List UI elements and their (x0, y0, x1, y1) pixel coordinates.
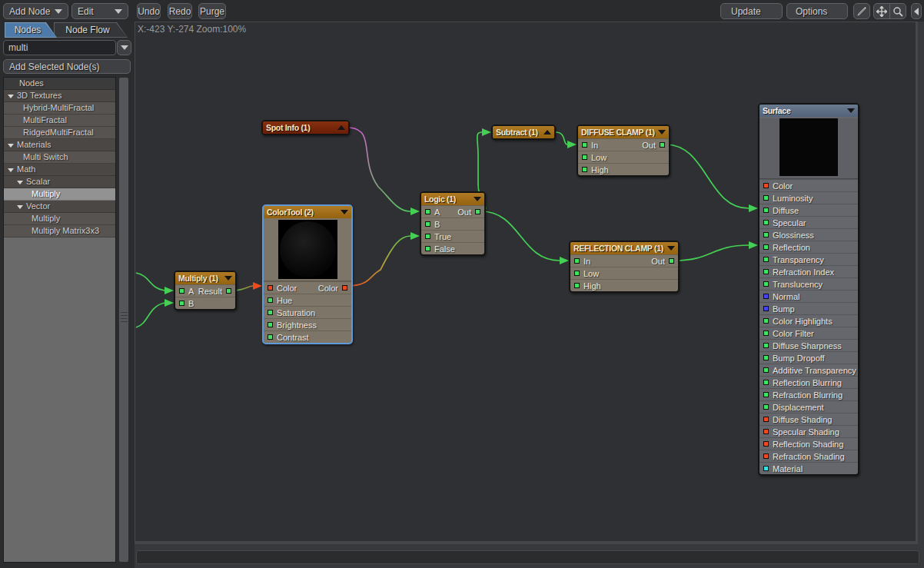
expanded-triangle-icon[interactable] (8, 144, 14, 148)
node-list-item[interactable]: Materials (4, 139, 115, 151)
input-socket[interactable] (425, 234, 430, 239)
input-socket[interactable] (763, 195, 769, 201)
update-button[interactable]: Update (720, 3, 783, 19)
input-label: Translucency (773, 280, 823, 289)
node-list-item[interactable]: Multiply (4, 188, 115, 201)
vertical-scrollbar-thumb[interactable] (118, 77, 129, 563)
input-socket[interactable] (582, 167, 587, 172)
expand-node-icon[interactable] (543, 130, 551, 135)
output-socket[interactable] (475, 209, 480, 214)
graph-node-spotinfo[interactable]: Spot Info (1) (261, 120, 350, 135)
options-button[interactable]: Options (786, 3, 848, 19)
expand-node-icon[interactable] (337, 125, 345, 130)
graph-node-diffclamp[interactable]: DIFFUSE CLAMP (1)InOutLowHigh (577, 125, 670, 177)
output-socket[interactable] (669, 258, 674, 264)
input-socket[interactable] (268, 285, 273, 291)
node-list-item[interactable]: 3D Textures (4, 90, 115, 102)
add-node-button[interactable]: Add Node (3, 3, 68, 19)
graph-node-reflclamp[interactable]: REFLECTION CLAMP (1)InOutLowHigh (569, 241, 680, 293)
edit-button[interactable]: Edit (71, 3, 128, 19)
input-socket[interactable] (763, 392, 769, 397)
input-socket[interactable] (582, 154, 587, 160)
tab-node-flow[interactable]: Node Flow (54, 22, 128, 38)
node-canvas[interactable]: X:-423 Y:-274 Zoom:100% Spot Info (1)Mul… (135, 22, 918, 544)
input-socket[interactable] (763, 281, 769, 287)
input-socket[interactable] (574, 271, 580, 276)
output-socket[interactable] (342, 285, 347, 291)
input-socket[interactable] (268, 334, 273, 340)
graph-node-surface[interactable]: SurfaceColorLuminosityDiffuseSpecularGlo… (758, 103, 859, 476)
input-socket[interactable] (763, 294, 769, 299)
input-socket[interactable] (425, 246, 430, 251)
node-list-item[interactable]: Hybrid-MultiFractal (4, 102, 115, 115)
input-socket[interactable] (763, 269, 769, 274)
input-socket[interactable] (763, 306, 769, 311)
input-socket[interactable] (763, 318, 769, 324)
collapse-node-icon[interactable] (341, 210, 348, 214)
input-socket[interactable] (763, 208, 769, 213)
input-socket[interactable] (763, 453, 769, 459)
collapse-node-icon[interactable] (847, 108, 855, 113)
expanded-triangle-icon[interactable] (8, 168, 14, 172)
graph-node-logic[interactable]: Logic (1)AOutBTrueFalse (420, 191, 486, 256)
input-socket[interactable] (425, 209, 430, 214)
vertical-scrollbar[interactable] (118, 77, 129, 563)
node-list-item[interactable]: Scalar (4, 176, 115, 188)
input-socket[interactable] (763, 466, 769, 471)
graph-node-subtract[interactable]: Subtract (1) (491, 125, 556, 140)
node-list-item[interactable]: Multiply Matrix3x3 (4, 225, 115, 237)
input-socket[interactable] (574, 258, 580, 264)
node-list-item[interactable]: Vector (4, 201, 115, 213)
collapse-node-icon[interactable] (474, 197, 481, 201)
input-socket[interactable] (763, 244, 769, 250)
input-socket[interactable] (179, 288, 184, 294)
input-socket[interactable] (763, 257, 769, 262)
node-list-item[interactable]: RidgedMultiFractal (4, 127, 115, 139)
collapse-node-icon[interactable] (224, 276, 232, 281)
input-socket[interactable] (763, 220, 769, 225)
input-socket[interactable] (268, 297, 273, 303)
node-list-item[interactable]: Nodes (4, 78, 115, 90)
input-socket[interactable] (763, 343, 769, 348)
search-dropdown-button[interactable] (117, 40, 131, 55)
collapse-panel-icon[interactable] (911, 3, 922, 19)
search-input[interactable]: multi (3, 40, 116, 55)
expanded-triangle-icon[interactable] (17, 181, 23, 184)
input-socket[interactable] (763, 367, 769, 373)
output-socket[interactable] (660, 142, 665, 148)
input-socket[interactable] (763, 331, 769, 336)
input-socket[interactable] (179, 301, 184, 306)
input-socket[interactable] (763, 441, 769, 447)
horizontal-scrollbar[interactable] (136, 550, 919, 564)
redo-button[interactable]: Redo (168, 3, 192, 19)
input-socket[interactable] (582, 142, 587, 148)
node-list-item[interactable]: Multi Switch (4, 151, 115, 164)
collapse-node-icon[interactable] (658, 130, 666, 135)
collapse-node-icon[interactable] (667, 246, 675, 251)
undo-button[interactable]: Undo (137, 3, 161, 19)
input-socket[interactable] (763, 183, 769, 188)
expanded-triangle-icon[interactable] (17, 205, 23, 209)
zoom-icon[interactable] (889, 3, 906, 19)
input-socket[interactable] (763, 355, 769, 360)
output-socket[interactable] (226, 288, 231, 294)
expanded-triangle-icon[interactable] (8, 95, 14, 98)
input-socket[interactable] (763, 417, 769, 422)
input-socket[interactable] (763, 380, 769, 385)
graph-node-colortool[interactable]: ColorTool (2)ColorColorHueSaturationBrig… (262, 204, 353, 344)
input-socket[interactable] (763, 232, 769, 237)
pen-icon[interactable] (853, 3, 870, 19)
node-list-item[interactable]: MultiFractal (4, 115, 115, 127)
node-list-item[interactable]: Multiply (4, 213, 115, 225)
input-socket[interactable] (763, 404, 769, 410)
input-socket[interactable] (425, 221, 430, 227)
input-socket[interactable] (268, 322, 273, 327)
input-socket[interactable] (763, 429, 769, 434)
pan-icon[interactable] (873, 3, 890, 19)
purge-button[interactable]: Purge (198, 3, 226, 19)
input-socket[interactable] (574, 283, 580, 288)
node-list-item[interactable]: Math (4, 164, 115, 176)
add-selected-nodes-button[interactable]: Add Selected Node(s) (3, 59, 131, 74)
input-socket[interactable] (268, 310, 273, 315)
graph-node-multiply[interactable]: Multiply (1)AResultB (174, 271, 237, 311)
